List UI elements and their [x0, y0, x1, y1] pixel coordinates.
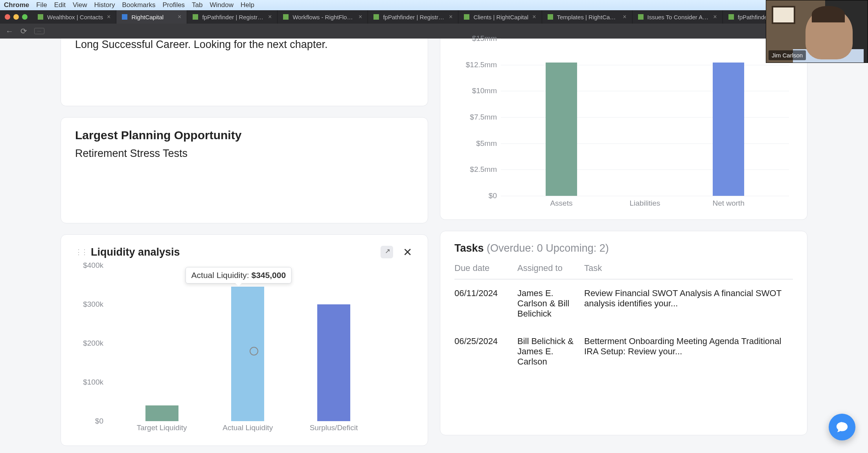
browser-tab[interactable]: Templates | RightCapital ×: [542, 10, 633, 24]
favicon-icon: [122, 14, 127, 20]
maximize-window-icon[interactable]: [22, 14, 28, 20]
chart-bar[interactable]: [713, 63, 744, 196]
chat-launcher-button[interactable]: [829, 414, 855, 440]
chart-bar[interactable]: [145, 405, 178, 421]
browser-tab[interactable]: RightCapital ×: [116, 10, 187, 24]
col-task: Task: [584, 263, 793, 273]
close-tab-icon[interactable]: ×: [178, 13, 181, 20]
close-tab-icon[interactable]: ×: [532, 13, 536, 20]
close-tab-icon[interactable]: ×: [713, 13, 717, 20]
browser-tab[interactable]: fpPathfinder | Registration ×: [187, 10, 278, 24]
browser-tab[interactable]: Wealthbox | Contacts ×: [32, 10, 116, 24]
browser-tab[interactable]: Workflows - RightFlows | Ri... ×: [278, 10, 368, 24]
menubar-bookmarks[interactable]: Bookmarks: [122, 1, 155, 9]
net-worth-chart[interactable]: $0$2.5mm$5mm$7.5mm$10mm$12.5mm$15mm Asse…: [454, 39, 793, 212]
favicon-icon: [548, 14, 553, 20]
planning-opportunity-title: Largest Planning Opportunity: [75, 129, 414, 142]
menubar-app[interactable]: Chrome: [4, 1, 29, 9]
browser-toolbar: ← ⟳ ⋯ ⌕: [0, 24, 868, 39]
close-window-icon[interactable]: [5, 14, 10, 20]
menubar-help[interactable]: Help: [241, 1, 254, 9]
mac-menubar: Chrome File Edit View History Bookmarks …: [0, 0, 868, 10]
y-tick-label: $400k: [83, 261, 103, 270]
col-assigned-to: Assigned to: [517, 263, 584, 273]
chart-bar[interactable]: [546, 63, 577, 196]
y-tick-label: $12.5mm: [466, 61, 497, 69]
minimize-window-icon[interactable]: [13, 14, 19, 20]
career-summary-text: Long Successful Career. Looking for the …: [75, 39, 414, 51]
close-tab-icon[interactable]: ×: [623, 13, 626, 20]
favicon-icon: [728, 14, 734, 20]
liquidity-chart[interactable]: $0$100k$200k$300k$400k Actual Liquidity:…: [75, 265, 414, 435]
expand-icon: [383, 249, 390, 256]
x-tick-label: Actual Liquidity: [223, 424, 273, 432]
menubar-history[interactable]: History: [94, 1, 115, 9]
close-tab-icon[interactable]: ×: [449, 13, 452, 20]
menubar-profiles[interactable]: Profiles: [162, 1, 185, 9]
window-controls: [0, 10, 32, 24]
y-tick-label: $10mm: [472, 87, 497, 95]
y-tick-label: $200k: [83, 339, 103, 348]
y-tick-label: $7.5mm: [470, 113, 497, 122]
close-card-button[interactable]: ✕: [401, 246, 414, 258]
back-icon[interactable]: ←: [6, 27, 13, 36]
task-due: 06/11/2024: [454, 288, 517, 319]
browser-tab[interactable]: Clients | RightCapital ×: [458, 10, 542, 24]
close-tab-icon[interactable]: ×: [359, 13, 362, 20]
task-due: 06/25/2024: [454, 336, 517, 367]
favicon-icon: [283, 14, 289, 20]
favicon-icon: [38, 14, 43, 20]
browser-tab[interactable]: fpPathfinder | Registration ×: [368, 10, 458, 24]
task-row[interactable]: 06/11/2024 James E. Carlson & Bill Belic…: [454, 280, 793, 328]
task-text: Betterment Onboarding Meeting Agenda Tra…: [584, 336, 793, 367]
task-assigned: Bill Belichick & James E. Carlson: [517, 336, 584, 367]
tasks-header: Tasks (Overdue: 0 Upcoming: 2): [454, 242, 793, 254]
tab-title: Clients | RightCapital: [473, 14, 528, 20]
cursor-indicator-icon: [250, 347, 258, 355]
menubar-window[interactable]: Window: [210, 1, 234, 9]
close-tab-icon[interactable]: ×: [107, 13, 110, 20]
chart-bar[interactable]: [317, 304, 350, 421]
favicon-icon: [373, 14, 379, 20]
y-tick-label: $5mm: [476, 139, 497, 148]
x-tick-label: Net worth: [712, 199, 744, 208]
chart-bar[interactable]: [231, 287, 264, 421]
browser-tab[interactable]: Issues To Consider As A Ne... ×: [633, 10, 723, 24]
y-tick-label: $15mm: [472, 34, 497, 43]
tab-title: Workflows - RightFlows | Ri...: [292, 14, 355, 20]
task-text: Review Financial SWOT Analysis A financi…: [584, 288, 793, 319]
tab-title: Wealthbox | Contacts: [47, 14, 103, 20]
menubar-file[interactable]: File: [36, 1, 47, 9]
menubar-tab[interactable]: Tab: [192, 1, 202, 9]
x-tick-label: Target Liquidity: [137, 424, 187, 432]
site-info-icon[interactable]: ⋯: [34, 28, 44, 34]
task-row[interactable]: 06/25/2024 Bill Belichick & James E. Car…: [454, 328, 793, 376]
chat-icon: [835, 420, 849, 434]
webcam-overlay: Jim Carlson: [766, 0, 868, 63]
browser-tabbar: Wealthbox | Contacts × RightCapital × fp…: [0, 10, 868, 24]
favicon-icon: [464, 14, 469, 20]
expand-button[interactable]: [381, 246, 393, 258]
y-tick-label: $2.5mm: [470, 165, 497, 174]
liquidity-title: Liquidity analysis: [91, 246, 180, 258]
tasks-meta: (Overdue: 0 Upcoming: 2): [487, 242, 609, 254]
menubar-view[interactable]: View: [73, 1, 87, 9]
close-icon: ✕: [403, 246, 412, 259]
task-assigned: James E. Carlson & Bill Belichick: [517, 288, 584, 319]
tab-title: RightCapital: [131, 14, 174, 20]
tasks-title: Tasks: [454, 242, 484, 254]
favicon-icon: [193, 14, 198, 20]
y-tick-label: $0: [95, 417, 103, 425]
drag-handle-icon[interactable]: ⋮⋮: [75, 248, 87, 256]
reload-icon[interactable]: ⟳: [20, 26, 27, 36]
col-due-date: Due date: [454, 263, 517, 273]
y-tick-label: $300k: [83, 300, 103, 309]
close-tab-icon[interactable]: ×: [268, 13, 272, 20]
favicon-icon: [638, 14, 644, 20]
tab-title: fpPathfinder | Registration: [202, 14, 264, 20]
menubar-edit[interactable]: Edit: [54, 1, 66, 9]
x-tick-label: Liabilities: [629, 199, 660, 208]
tab-title: Templates | RightCapital: [557, 14, 619, 20]
webcam-name: Jim Carlson: [769, 50, 806, 60]
tab-title: Issues To Consider As A Ne...: [647, 14, 710, 20]
